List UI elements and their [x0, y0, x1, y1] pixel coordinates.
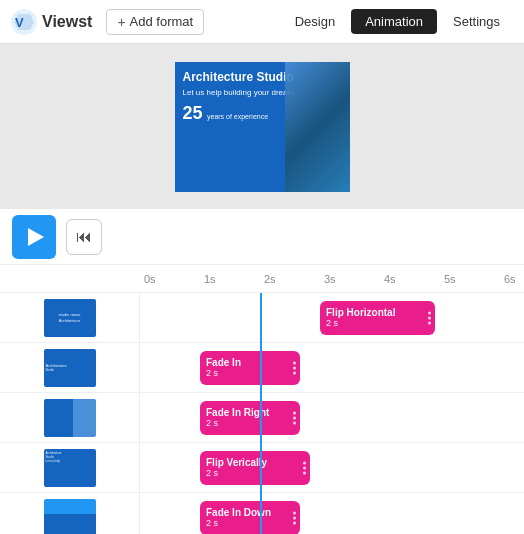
thumb-3: [44, 399, 96, 437]
track-thumb-3: [0, 393, 140, 443]
table-row: Fade In Right 2 s: [0, 393, 524, 443]
anim-block-1[interactable]: Flip Horizontal 2 s: [320, 301, 435, 335]
time-1s: 1s: [200, 273, 260, 285]
track-content-4: Flip Verically 2 s: [140, 443, 524, 493]
add-format-label: Add format: [130, 14, 194, 29]
anim-dots-3: [293, 411, 296, 424]
table-row: Architecture Studio Fade In 2 s: [0, 343, 524, 393]
anim-duration-4: 2 s: [206, 468, 304, 478]
tab-design[interactable]: Design: [281, 9, 349, 34]
track-content-1: Flip Horizontal 2 s: [140, 293, 524, 343]
anim-block-5[interactable]: Fade In Down 2 s: [200, 501, 300, 535]
preview-area: Architecture Studio Let us help building…: [0, 44, 524, 209]
header: V Viewst + Add format Design Animation S…: [0, 0, 524, 44]
anim-duration-2: 2 s: [206, 368, 294, 378]
anim-block-4[interactable]: Flip Verically 2 s: [200, 451, 310, 485]
anim-duration-1: 2 s: [326, 318, 429, 328]
reset-button[interactable]: ⏮: [66, 219, 102, 255]
logo-icon: V: [10, 8, 38, 36]
tab-settings[interactable]: Settings: [439, 9, 514, 34]
anim-label-3: Fade In Right: [206, 407, 294, 418]
thumb-5: [44, 499, 96, 535]
preview-number-label: years of experience: [207, 113, 268, 120]
logo-text: Viewst: [42, 13, 92, 31]
anim-dots-5: [293, 511, 296, 524]
anim-dots-1: [428, 311, 431, 324]
anim-dots-4: [303, 461, 306, 474]
track-content-5: Fade In Down 2 s: [140, 493, 524, 535]
track-content-3: Fade In Right 2 s: [140, 393, 524, 443]
table-row: ArchitectureStudioLet us help Flip Veric…: [0, 443, 524, 493]
anim-label-2: Fade In: [206, 357, 294, 368]
play-button[interactable]: [12, 215, 56, 259]
time-2s: 2s: [260, 273, 320, 285]
time-4s: 4s: [380, 273, 440, 285]
time-0s: 0s: [140, 273, 200, 285]
table-row: Fade In Down 2 s: [0, 493, 524, 534]
preview-card: Architecture Studio Let us help building…: [175, 62, 350, 192]
logo-area: V Viewst: [10, 8, 92, 36]
thumb-4: ArchitectureStudioLet us help: [44, 449, 96, 487]
time-5s: 5s: [440, 273, 500, 285]
track-thumb-1: studio nameArchitecture: [0, 293, 140, 343]
controls-area: ⏮: [0, 209, 524, 265]
preview-number: 25: [183, 103, 203, 123]
anim-block-3[interactable]: Fade In Right 2 s: [200, 401, 300, 435]
svg-text:V: V: [15, 15, 24, 30]
track-thumb-2: Architecture Studio: [0, 343, 140, 393]
anim-label-1: Flip Horizontal: [326, 307, 429, 318]
track-thumb-4: ArchitectureStudioLet us help: [0, 443, 140, 493]
time-3s: 3s: [320, 273, 380, 285]
anim-duration-3: 2 s: [206, 418, 294, 428]
timeline-tracks-container: studio nameArchitecture Flip Horizontal …: [0, 293, 524, 534]
anim-duration-5: 2 s: [206, 518, 294, 528]
tab-animation[interactable]: Animation: [351, 9, 437, 34]
time-markers: 0s 1s 2s 3s 4s 5s 6s: [140, 273, 524, 285]
timeline-area: 0s 1s 2s 3s 4s 5s 6s studio nameArchitec…: [0, 265, 524, 534]
timeline-header: 0s 1s 2s 3s 4s 5s 6s: [0, 265, 524, 293]
nav-tabs: Design Animation Settings: [281, 9, 514, 34]
time-6s: 6s: [500, 273, 524, 285]
add-format-button[interactable]: + Add format: [106, 9, 204, 35]
track-thumb-5: [0, 493, 140, 535]
play-icon: [28, 228, 44, 246]
table-row: studio nameArchitecture Flip Horizontal …: [0, 293, 524, 343]
anim-dots-2: [293, 361, 296, 374]
reset-icon: ⏮: [76, 228, 92, 246]
anim-label-4: Flip Verically: [206, 457, 304, 468]
preview-image-overlay: [285, 62, 350, 192]
plus-icon: +: [117, 14, 125, 30]
track-content-2: Fade In 2 s: [140, 343, 524, 393]
thumb-2: Architecture Studio: [44, 349, 96, 387]
thumb-1: studio nameArchitecture: [44, 299, 96, 337]
anim-label-5: Fade In Down: [206, 507, 294, 518]
anim-block-2[interactable]: Fade In 2 s: [200, 351, 300, 385]
